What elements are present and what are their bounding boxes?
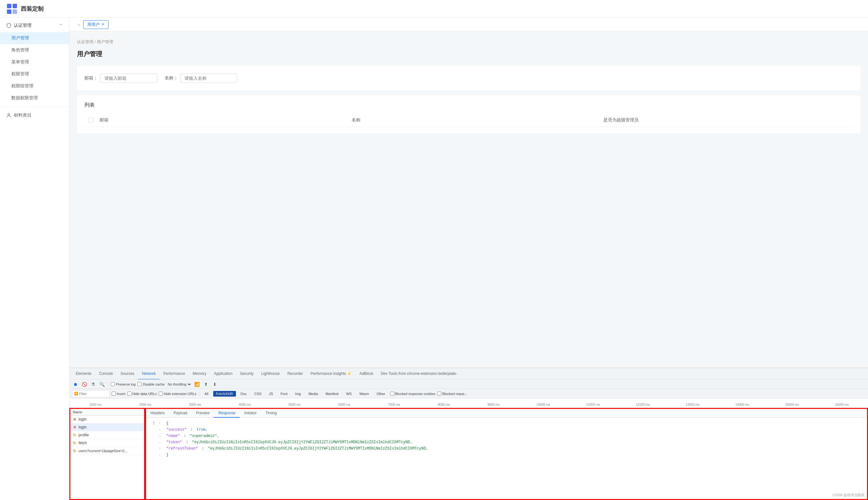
value-token: "eyJhbGciOiJIUzI1NiIsInR5cCI6IkpXVCJ9.ey… <box>192 439 413 445</box>
resp-tab-payload[interactable]: Payload <box>169 409 191 418</box>
sidebar: 认证管理 ⌃ 用户管理 角色管理 菜单管理 权限管理 权限组管理 数据权限管理 … <box>0 18 69 500</box>
hide-extension-urls-label[interactable]: Hide extension URLs <box>159 391 196 396</box>
email-input[interactable] <box>100 73 157 83</box>
tab-sources[interactable]: Sources <box>117 368 138 379</box>
sidebar-item-permission-group-management[interactable]: 权限组管理 <box>0 80 69 92</box>
sidebar-item-material-category[interactable]: 材料类目 <box>0 110 69 121</box>
request-users[interactable]: ↻ users?current=1&pageSize=20&page=1&lim… <box>70 447 144 455</box>
tab-application[interactable]: Application <box>210 368 236 379</box>
tl-12000: 12000 ms <box>618 403 668 408</box>
sidebar-item-user-management[interactable]: 用户管理 <box>0 32 69 44</box>
disable-cache-label[interactable]: Disable cache <box>137 382 165 386</box>
tl-11000: 11000 ms <box>568 403 618 408</box>
request-login-2[interactable]: ✕ login <box>70 423 144 431</box>
line-num-close <box>148 452 155 458</box>
resp-tab-timing-label: Timing <box>266 411 277 415</box>
filter-css-button[interactable]: CSS <box>251 391 264 397</box>
value-success: true, <box>196 427 208 433</box>
resp-tab-initiator[interactable]: Initiator <box>240 409 261 418</box>
filter-media-button[interactable]: Media <box>306 391 321 397</box>
toggle-1[interactable]: - <box>159 420 162 427</box>
filter-wasm-button[interactable]: Wasm <box>357 391 372 397</box>
throttle-select[interactable]: No throttling Slow 3G Fast 3G <box>167 382 192 387</box>
blocked-requests-checkbox[interactable] <box>437 391 441 396</box>
export-button[interactable]: ⬆ <box>203 381 210 388</box>
toggle-success[interactable]: - <box>159 427 162 433</box>
hide-extension-urls-text: Hide extension URLs <box>164 392 196 396</box>
request-login-1[interactable]: ✕ login <box>70 416 144 423</box>
stop-recording-button[interactable]: ⏺ <box>72 381 79 388</box>
toggle-name[interactable]: - <box>159 433 162 439</box>
filter-js-button[interactable]: JS <box>266 391 276 397</box>
tab-performance-insights-label: Performance insights ⚡ <box>311 371 352 376</box>
tab-elements[interactable]: Elements <box>72 368 95 379</box>
sidebar-item-permission-management[interactable]: 权限管理 <box>0 68 69 80</box>
filter-ws-button[interactable]: WS <box>343 391 354 397</box>
timeline-bar: 1000 ms 2000 ms 3000 ms 4000 ms 5000 ms … <box>69 398 868 408</box>
tab-console[interactable]: Console <box>95 368 117 379</box>
clear-button[interactable]: 🚫 <box>81 381 88 388</box>
sidebar-item-role-management[interactable]: 角色管理 <box>0 44 69 56</box>
tab-performance[interactable]: Performance <box>160 368 189 379</box>
filter-doc-button[interactable]: Doc <box>238 391 250 397</box>
sidebar-item-menu-management[interactable]: 菜单管理 <box>0 56 69 68</box>
resp-tab-preview[interactable]: Preview <box>192 409 214 418</box>
sidebar-collapse-icon[interactable]: ⌃ <box>59 23 63 28</box>
invert-checkbox[interactable] <box>112 391 116 396</box>
search-button[interactable]: 🔍 <box>98 381 105 388</box>
wifi-icon-button[interactable]: 📶 <box>194 381 201 388</box>
tab-network[interactable]: Network <box>138 368 160 379</box>
resp-tab-response[interactable]: Response <box>214 409 240 418</box>
hide-data-urls-label[interactable]: Hide data URLs <box>127 391 157 396</box>
tab-recorder-label: Recorder <box>288 371 303 376</box>
tab-adblock[interactable]: AdBlock <box>356 368 377 379</box>
import-button[interactable]: ⬇ <box>211 381 218 388</box>
blocked-response-cookies-checkbox[interactable] <box>390 391 394 396</box>
tab-lighthouse[interactable]: Lighthouse <box>257 368 283 379</box>
blocked-requests-label[interactable]: Blocked reque... <box>437 391 467 396</box>
toggle-token[interactable]: - <box>159 439 162 445</box>
blocked-response-cookies-text: Blocked response cookies <box>395 392 436 396</box>
tab-devtools-ext[interactable]: Dev Tools from chrome-extension-boilerpl… <box>377 368 461 379</box>
name-input[interactable] <box>180 73 237 83</box>
filter-img-button[interactable]: Img <box>292 391 304 397</box>
request-profile[interactable]: ↻ profile <box>70 431 144 439</box>
filter-input[interactable] <box>79 392 104 396</box>
resp-tab-timing[interactable]: Timing <box>261 409 281 418</box>
hide-extension-urls-checkbox[interactable] <box>159 391 163 396</box>
name-form-item: 名称： <box>165 73 237 83</box>
devtools-toolbar: ⏺ 🚫 ⚗ 🔍 Preserve log Disabl <box>69 379 868 389</box>
export-icon: ⬆ <box>204 382 208 387</box>
active-tab-tag[interactable]: 用用户 ✕ <box>83 20 109 29</box>
select-all-checkbox[interactable] <box>88 117 93 123</box>
email-label: 邮箱： <box>84 75 98 81</box>
sidebar-toggle-button[interactable]: ‹ <box>76 21 82 28</box>
tab-security[interactable]: Security <box>236 368 257 379</box>
request-name-fetch: fetch <box>79 441 87 445</box>
request-fetch[interactable]: ↻ fetch <box>70 439 144 447</box>
resp-tab-headers[interactable]: Headers <box>146 409 169 418</box>
resp-line-token: - "token" : "eyJhbGciOiJIUzI1NiIsInR5cCI… <box>148 439 865 445</box>
hide-data-urls-checkbox[interactable] <box>127 391 132 396</box>
tab-performance-insights[interactable]: Performance insights ⚡ <box>307 368 356 379</box>
filter-all-button[interactable]: All <box>202 391 211 397</box>
invert-label[interactable]: Invert <box>112 391 125 396</box>
disable-cache-checkbox[interactable] <box>137 382 142 386</box>
preserve-log-checkbox[interactable] <box>111 382 115 386</box>
svg-rect-1 <box>13 4 17 8</box>
filter-toggle-button[interactable]: ⚗ <box>90 381 97 388</box>
name-column-header: 名称 <box>349 117 601 123</box>
sidebar-item-data-permission-management[interactable]: 数据权限管理 <box>0 92 69 104</box>
svg-rect-3 <box>13 10 17 14</box>
filter-manifest-button[interactable]: Manifest <box>323 391 341 397</box>
filter-font-button[interactable]: Font <box>278 391 291 397</box>
blocked-response-cookies-label[interactable]: Blocked response cookies <box>390 391 436 396</box>
tab-memory[interactable]: Memory <box>189 368 210 379</box>
preserve-log-label[interactable]: Preserve log <box>111 382 136 386</box>
top-bar: 西装定制 <box>0 0 868 18</box>
filter-fetch-xhr-button[interactable]: Fetch/XHR <box>213 391 236 397</box>
tab-close-icon[interactable]: ✕ <box>102 22 104 26</box>
filter-other-button[interactable]: Other <box>374 391 388 397</box>
toggle-refresh[interactable]: - <box>159 445 162 452</box>
tab-recorder[interactable]: Recorder <box>283 368 307 379</box>
